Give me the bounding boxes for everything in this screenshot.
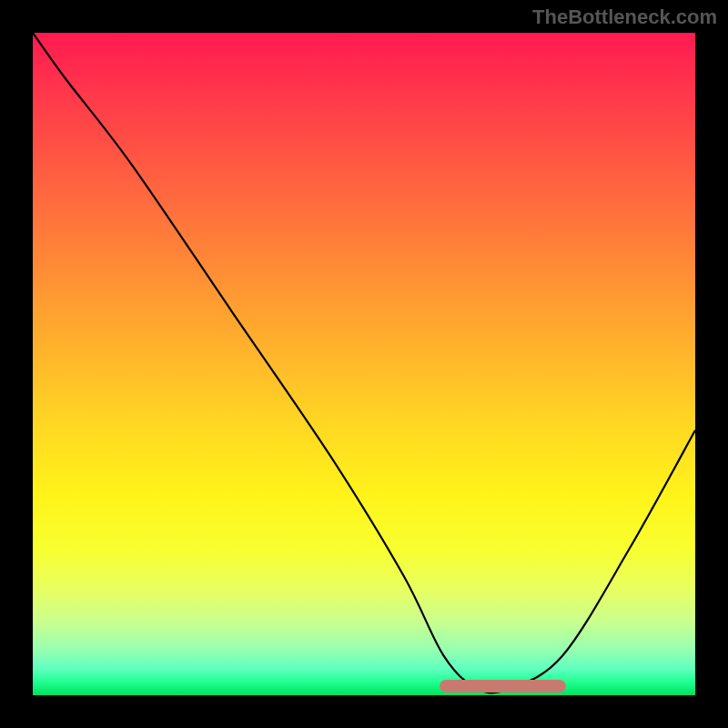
watermark-text: TheBottleneck.com [532, 5, 717, 29]
bottleneck-curve [33, 33, 695, 695]
optimal-range-marker [440, 680, 566, 693]
chart-plot-area [33, 33, 695, 695]
